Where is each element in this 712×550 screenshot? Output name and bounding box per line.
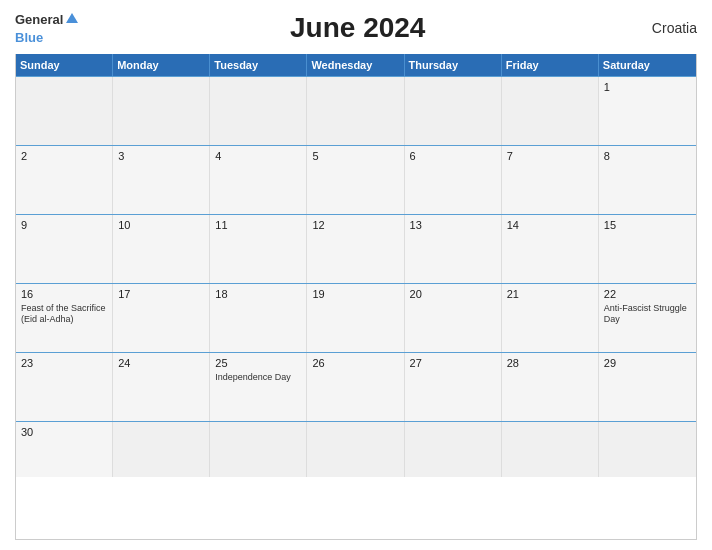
day-cell-w3-d3: 19 bbox=[307, 284, 404, 352]
day-number: 22 bbox=[604, 288, 691, 300]
day-number: 23 bbox=[21, 357, 107, 369]
day-event: Feast of the Sacrifice (Eid al-Adha) bbox=[21, 303, 107, 325]
day-cell-w2-d6: 15 bbox=[599, 215, 696, 283]
day-cell-w5-d4 bbox=[405, 422, 502, 477]
day-cell-w2-d4: 13 bbox=[405, 215, 502, 283]
day-cell-w5-d5 bbox=[502, 422, 599, 477]
header: General Blue June 2024 Croatia bbox=[15, 10, 697, 46]
day-number: 14 bbox=[507, 219, 593, 231]
day-cell-w2-d5: 14 bbox=[502, 215, 599, 283]
day-cell-w2-d2: 11 bbox=[210, 215, 307, 283]
day-number: 19 bbox=[312, 288, 398, 300]
day-number: 12 bbox=[312, 219, 398, 231]
week-row-1: 2345678 bbox=[16, 145, 696, 214]
day-number: 6 bbox=[410, 150, 496, 162]
day-cell-w0-d6: 1 bbox=[599, 77, 696, 145]
day-cell-w4-d4: 27 bbox=[405, 353, 502, 421]
day-number: 28 bbox=[507, 357, 593, 369]
day-cell-w4-d3: 26 bbox=[307, 353, 404, 421]
day-cell-w2-d1: 10 bbox=[113, 215, 210, 283]
week-row-5: 30 bbox=[16, 421, 696, 477]
day-cell-w4-d5: 28 bbox=[502, 353, 599, 421]
week-row-4: 232425Independence Day26272829 bbox=[16, 352, 696, 421]
day-number: 16 bbox=[21, 288, 107, 300]
day-number: 30 bbox=[21, 426, 107, 438]
day-cell-w3-d6: 22Anti-Fascist Struggle Day bbox=[599, 284, 696, 352]
day-cell-w1-d2: 4 bbox=[210, 146, 307, 214]
day-cell-w5-d2 bbox=[210, 422, 307, 477]
day-cell-w0-d1 bbox=[113, 77, 210, 145]
day-number: 27 bbox=[410, 357, 496, 369]
logo-line1: General bbox=[15, 10, 78, 28]
week-row-3: 16Feast of the Sacrifice (Eid al-Adha)17… bbox=[16, 283, 696, 352]
logo-blue-text: Blue bbox=[15, 30, 43, 45]
logo-line2: Blue bbox=[15, 28, 43, 46]
day-number: 2 bbox=[21, 150, 107, 162]
day-cell-w1-d0: 2 bbox=[16, 146, 113, 214]
day-number: 25 bbox=[215, 357, 301, 369]
day-cell-w2-d3: 12 bbox=[307, 215, 404, 283]
day-number: 21 bbox=[507, 288, 593, 300]
day-number: 29 bbox=[604, 357, 691, 369]
day-cell-w1-d3: 5 bbox=[307, 146, 404, 214]
day-cell-w4-d6: 29 bbox=[599, 353, 696, 421]
col-wednesday: Wednesday bbox=[307, 54, 404, 76]
logo-general-text: General bbox=[15, 12, 63, 27]
day-cell-w0-d2 bbox=[210, 77, 307, 145]
week-row-2: 9101112131415 bbox=[16, 214, 696, 283]
day-cell-w0-d0 bbox=[16, 77, 113, 145]
day-cell-w0-d4 bbox=[405, 77, 502, 145]
day-number: 24 bbox=[118, 357, 204, 369]
day-number: 13 bbox=[410, 219, 496, 231]
day-number: 20 bbox=[410, 288, 496, 300]
calendar: Sunday Monday Tuesday Wednesday Thursday… bbox=[15, 54, 697, 540]
day-cell-w3-d2: 18 bbox=[210, 284, 307, 352]
page: General Blue June 2024 Croatia Sunday Mo… bbox=[0, 0, 712, 550]
day-number: 26 bbox=[312, 357, 398, 369]
day-cell-w5-d0: 30 bbox=[16, 422, 113, 477]
day-cell-w2-d0: 9 bbox=[16, 215, 113, 283]
day-number: 15 bbox=[604, 219, 691, 231]
day-cell-w5-d1 bbox=[113, 422, 210, 477]
col-tuesday: Tuesday bbox=[210, 54, 307, 76]
calendar-body: 12345678910111213141516Feast of the Sacr… bbox=[16, 76, 696, 477]
day-number: 4 bbox=[215, 150, 301, 162]
day-cell-w1-d4: 6 bbox=[405, 146, 502, 214]
day-number: 17 bbox=[118, 288, 204, 300]
day-number: 1 bbox=[604, 81, 691, 93]
day-cell-w4-d0: 23 bbox=[16, 353, 113, 421]
logo: General Blue bbox=[15, 10, 78, 46]
col-friday: Friday bbox=[502, 54, 599, 76]
day-number: 5 bbox=[312, 150, 398, 162]
logo-triangle-icon bbox=[66, 13, 78, 23]
col-thursday: Thursday bbox=[405, 54, 502, 76]
day-number: 9 bbox=[21, 219, 107, 231]
day-cell-w4-d2: 25Independence Day bbox=[210, 353, 307, 421]
day-cell-w4-d1: 24 bbox=[113, 353, 210, 421]
col-monday: Monday bbox=[113, 54, 210, 76]
country-label: Croatia bbox=[637, 20, 697, 36]
day-number: 8 bbox=[604, 150, 691, 162]
day-number: 10 bbox=[118, 219, 204, 231]
col-saturday: Saturday bbox=[599, 54, 696, 76]
day-cell-w1-d6: 8 bbox=[599, 146, 696, 214]
day-cell-w3-d4: 20 bbox=[405, 284, 502, 352]
day-cell-w3-d0: 16Feast of the Sacrifice (Eid al-Adha) bbox=[16, 284, 113, 352]
day-event: Anti-Fascist Struggle Day bbox=[604, 303, 691, 325]
day-event: Independence Day bbox=[215, 372, 301, 383]
day-cell-w5-d6 bbox=[599, 422, 696, 477]
calendar-header-row: Sunday Monday Tuesday Wednesday Thursday… bbox=[16, 54, 696, 76]
week-row-0: 1 bbox=[16, 76, 696, 145]
day-cell-w0-d3 bbox=[307, 77, 404, 145]
day-cell-w1-d1: 3 bbox=[113, 146, 210, 214]
col-sunday: Sunday bbox=[16, 54, 113, 76]
day-cell-w3-d1: 17 bbox=[113, 284, 210, 352]
day-cell-w1-d5: 7 bbox=[502, 146, 599, 214]
day-cell-w3-d5: 21 bbox=[502, 284, 599, 352]
day-cell-w5-d3 bbox=[307, 422, 404, 477]
day-number: 11 bbox=[215, 219, 301, 231]
day-number: 18 bbox=[215, 288, 301, 300]
day-cell-w0-d5 bbox=[502, 77, 599, 145]
day-number: 7 bbox=[507, 150, 593, 162]
day-number: 3 bbox=[118, 150, 204, 162]
